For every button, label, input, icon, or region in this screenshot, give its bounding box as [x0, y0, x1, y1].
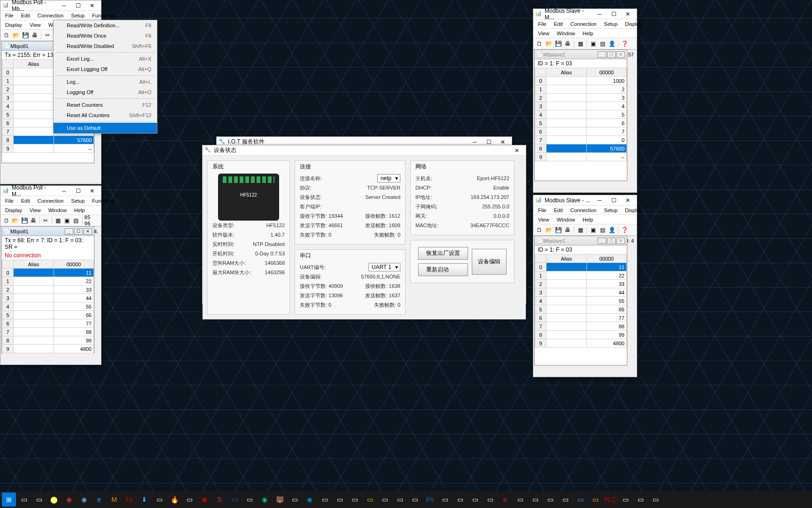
menu-file[interactable]: File — [1, 197, 17, 205]
start-icon[interactable]: ⊞ — [2, 492, 16, 507]
maximize-button[interactable]: ☐ — [71, 186, 85, 196]
menu-setup[interactable]: Setup — [600, 20, 621, 28]
table-row[interactable]: 233 — [2, 286, 94, 294]
tb-icon[interactable]: a — [498, 492, 512, 507]
save-icon[interactable]: 💾 — [554, 40, 562, 48]
tb-icon[interactable]: ▭ — [318, 492, 332, 507]
titlebar[interactable]: 📊 Modbus Slave - ... ─ ☐ ✕ — [533, 195, 637, 206]
table-row[interactable]: 67 — [535, 127, 627, 136]
tb-icon[interactable]: ▭ — [618, 492, 632, 507]
minimize-button[interactable]: ─ — [593, 9, 607, 19]
table-row[interactable]: 45 — [535, 111, 627, 119]
menu-connection[interactable]: Connection — [567, 20, 601, 28]
menu-view[interactable]: View — [26, 21, 45, 29]
table-row[interactable]: 344 — [2, 294, 94, 302]
menu-item[interactable]: Read/Write DisabledShift+F6 — [54, 41, 157, 51]
table-row[interactable]: 122 — [2, 277, 94, 286]
sub-close-button[interactable]: ✕ — [84, 228, 92, 235]
tb-icon[interactable]: ▭ — [483, 492, 497, 507]
table-row[interactable]: 233 — [535, 280, 627, 288]
tb-icon[interactable]: PLC — [603, 492, 617, 507]
new-icon[interactable]: 🗋 — [535, 226, 544, 234]
menu-edit[interactable]: Edit — [550, 20, 567, 28]
subwindow-title[interactable]: 📄 Mbslave1 _ ☐ ✕ — [535, 50, 627, 59]
menu-view[interactable]: View — [534, 30, 553, 37]
table-row[interactable]: 01000 — [535, 77, 627, 85]
help-icon[interactable]: ❓ — [620, 40, 629, 48]
menu-window[interactable]: Window — [553, 216, 579, 223]
tb-icon[interactable]: ⬇ — [137, 492, 151, 507]
tb-icon[interactable]: ▭ — [227, 492, 242, 507]
menu-file[interactable]: File — [1, 12, 17, 19]
titlebar[interactable]: 📊 Modbus Poll - M... ─ ☐ ✕ — [0, 186, 101, 196]
sub-max-button[interactable]: ☐ — [607, 238, 616, 244]
table-row[interactable]: 344 — [535, 288, 627, 297]
menu-connection[interactable]: Connection — [567, 206, 601, 214]
save-icon[interactable]: 💾 — [20, 216, 28, 225]
new-icon[interactable]: 🗋 — [2, 31, 11, 40]
table-row[interactable]: 9-- — [535, 153, 627, 161]
table-row[interactable]: 677 — [2, 319, 94, 328]
table-row[interactable]: 70 — [535, 136, 627, 144]
tb-icon[interactable]: ▭ — [333, 492, 347, 507]
table-row[interactable]: 011 — [535, 263, 627, 271]
open-icon[interactable]: 📂 — [545, 40, 553, 48]
menu-help[interactable]: Help — [579, 30, 597, 37]
table-row[interactable]: 455 — [535, 297, 627, 305]
menu-edit[interactable]: Edit — [17, 12, 34, 19]
table-row[interactable]: 566 — [535, 305, 627, 314]
table-row[interactable]: 9-- — [2, 144, 94, 153]
table-row[interactable]: 788 — [535, 322, 627, 331]
tb-icon[interactable]: ▭ — [32, 492, 46, 507]
minimize-button[interactable]: ─ — [57, 186, 71, 196]
save-icon[interactable]: 💾 — [554, 226, 562, 234]
tool2-icon[interactable]: ▣ — [589, 40, 597, 48]
restart-button[interactable]: 重新启动 — [418, 263, 468, 276]
open-icon[interactable]: 📂 — [12, 31, 20, 40]
menu-view[interactable]: View — [26, 206, 45, 214]
tb-icon[interactable]: ▭ — [558, 492, 572, 507]
sub-min-button[interactable]: _ — [598, 51, 606, 58]
menu-item[interactable]: Use as Default — [54, 123, 157, 133]
tool3-icon[interactable]: ▤ — [72, 216, 80, 225]
menu-functions[interactable]: Functions — [88, 12, 118, 19]
table-row[interactable]: 788 — [2, 328, 94, 336]
table-row[interactable]: 677 — [535, 314, 627, 322]
table-row[interactable]: 56 — [535, 119, 627, 127]
tb-icon[interactable]: e — [92, 492, 106, 507]
tb-icon[interactable]: ◉ — [197, 492, 211, 507]
sub-min-button[interactable]: _ — [598, 238, 606, 244]
table-row[interactable]: 122 — [535, 271, 627, 280]
save-icon[interactable]: 💾 — [21, 31, 30, 40]
tb-icon[interactable]: M — [107, 492, 121, 507]
menu-file[interactable]: File — [534, 206, 550, 214]
close-button[interactable]: ✕ — [621, 196, 635, 205]
table-row[interactable]: 34 — [535, 102, 627, 111]
subwindow-title[interactable]: 📄 Mbslave1 _ ☐ ✕ — [535, 236, 627, 246]
menu-connection[interactable]: Connection — [34, 12, 68, 19]
menu-display[interactable]: Display — [621, 20, 646, 28]
tb-icon[interactable]: 🔥 — [167, 492, 181, 507]
menu-window[interactable]: Window — [45, 206, 70, 214]
maximize-button[interactable]: ☐ — [607, 196, 621, 205]
tool4-icon[interactable]: 👤 — [608, 226, 616, 234]
table-row[interactable]: 011 — [2, 269, 94, 277]
tb-icon[interactable]: ◉ — [258, 492, 272, 507]
table-row[interactable]: 857600 — [2, 136, 94, 144]
tool3-icon[interactable]: ▤ — [598, 40, 607, 48]
minimize-button[interactable]: ─ — [57, 1, 71, 10]
print-icon[interactable]: 🖶 — [563, 226, 572, 234]
tb-icon[interactable]: ▭ — [528, 492, 542, 507]
tb-icon[interactable]: ◉ — [77, 492, 91, 507]
print-icon[interactable]: 🖶 — [31, 31, 39, 40]
close-button[interactable]: ✕ — [85, 186, 99, 196]
titlebar[interactable]: 📊 Modbus Slave - M... ─ ☐ ✕ — [533, 9, 637, 19]
tb-icon[interactable]: ▭ — [438, 492, 452, 507]
menu-view[interactable]: View — [534, 216, 553, 223]
tb-icon[interactable]: ▭ — [242, 492, 257, 507]
menu-window[interactable]: Window — [553, 30, 579, 37]
tool2-icon[interactable]: ▣ — [589, 226, 597, 234]
tool2-icon[interactable]: ▣ — [63, 216, 71, 225]
menu-item[interactable]: Read/Write OnceF6 — [54, 31, 157, 41]
tb-icon[interactable]: ▭ — [152, 492, 166, 507]
